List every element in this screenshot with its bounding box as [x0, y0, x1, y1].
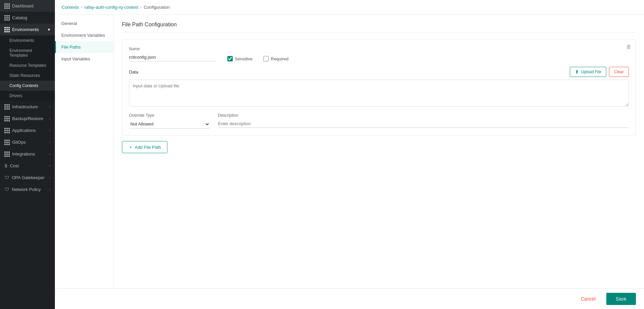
- data-textarea[interactable]: [129, 80, 629, 107]
- chevron-right-icon: ›: [49, 152, 50, 156]
- sidebar-item-environments-sub[interactable]: Environments: [0, 35, 55, 46]
- left-nav: General Environment Variables File Paths…: [55, 15, 114, 288]
- required-checkbox[interactable]: [263, 56, 269, 61]
- sidebar-item-backup-restore[interactable]: Backup/Restore ›: [0, 113, 55, 124]
- main-area: Contexts › rafay-auth-config-rq-context …: [55, 0, 644, 309]
- environments-label: Environments: [12, 27, 39, 32]
- infrastructure-icon: [5, 105, 9, 109]
- breadcrumb: Contexts › rafay-auth-config-rq-context …: [55, 0, 644, 15]
- plus-icon: ＋: [128, 144, 133, 150]
- sensitive-label: Sensitive: [235, 56, 253, 61]
- required-label: Required: [271, 56, 289, 61]
- env-submenu: Environments Environment Templates Resou…: [0, 35, 55, 101]
- right-panel: File Path Configuration 🗑 Name Sensitiv: [114, 15, 644, 288]
- sidebar-item-config-contexts[interactable]: Config Contexts: [0, 81, 55, 91]
- nav-item-input-variables[interactable]: Input Variables: [55, 53, 114, 65]
- sidebar-item-catalog[interactable]: Catalog: [0, 12, 55, 24]
- bottom-bar: Cancel Save: [55, 288, 644, 309]
- upload-file-button[interactable]: ⬆ Upload File: [570, 67, 607, 77]
- content-area: General Environment Variables File Paths…: [55, 15, 644, 288]
- sidebar-item-label: OPA Gatekeeper: [12, 175, 44, 180]
- sensitive-row: Sensitive: [227, 56, 253, 61]
- network-icon: 🛡: [5, 187, 9, 192]
- sidebar-item-label: Dashboard: [12, 3, 34, 8]
- description-field: Description: [218, 113, 629, 129]
- breadcrumb-contexts[interactable]: Contexts: [62, 5, 79, 10]
- chevron-right-icon: ›: [49, 176, 50, 179]
- sidebar-item-label: Integrations: [12, 151, 35, 157]
- upload-icon: ⬆: [575, 69, 579, 75]
- chevron-down-icon: ▾: [48, 27, 50, 32]
- data-section: Data ⬆ Upload File Clear: [129, 67, 629, 108]
- name-label: Name: [129, 47, 217, 51]
- nav-item-env-variables[interactable]: Environment Variables: [55, 29, 114, 41]
- sidebar-item-applications[interactable]: Applications ›: [0, 124, 55, 136]
- override-section: Override Type Not Allowed Allowed Forced…: [129, 113, 629, 129]
- grid-icon: [5, 4, 9, 8]
- chevron-right-icon: ›: [49, 140, 50, 144]
- sidebar-item-label: GitOps: [12, 140, 26, 145]
- delete-icon[interactable]: 🗑: [626, 44, 632, 50]
- sidebar-item-label: Network Policy: [12, 187, 41, 192]
- environments-icon: [5, 27, 9, 32]
- sidebar-item-gitops[interactable]: GitOps ›: [0, 136, 55, 148]
- sidebar-item-label: Infrastructure: [12, 104, 38, 109]
- page-title: File Path Configuration: [122, 22, 636, 33]
- sensitive-checkbox[interactable]: [227, 56, 233, 61]
- sidebar-item-resource-templates[interactable]: Resource Templates: [0, 60, 55, 71]
- breadcrumb-sep-2: ›: [140, 5, 141, 10]
- data-buttons: ⬆ Upload File Clear: [570, 67, 629, 77]
- nav-item-general[interactable]: General: [55, 18, 114, 29]
- sidebar-item-drivers[interactable]: Drivers: [0, 91, 55, 101]
- override-type-label: Override Type: [129, 113, 210, 118]
- name-field: Name: [129, 47, 217, 61]
- chevron-right-icon: ›: [49, 117, 50, 120]
- chevron-right-icon: ›: [49, 188, 50, 191]
- catalog-icon: [5, 16, 9, 20]
- sidebar: Dashboard Catalog Environments ▾ Environ…: [0, 0, 55, 309]
- shield-icon: 🛡: [5, 175, 9, 180]
- sidebar-item-label: Backup/Restore: [12, 116, 43, 121]
- chevron-right-icon: ›: [49, 129, 50, 132]
- sidebar-item-opa-gatekeeper[interactable]: 🛡 OPA Gatekeeper ›: [0, 172, 55, 184]
- sidebar-item-label: Catalog: [12, 15, 27, 20]
- override-type-select[interactable]: Not Allowed Allowed Forced: [129, 120, 210, 129]
- gitops-icon: [5, 140, 9, 145]
- applications-icon: [5, 128, 9, 133]
- sidebar-item-infrastructure[interactable]: Infrastructure ›: [0, 101, 55, 113]
- sidebar-item-dashboard[interactable]: Dashboard: [0, 0, 55, 12]
- description-input[interactable]: [218, 120, 629, 128]
- clear-button[interactable]: Clear: [609, 67, 629, 77]
- breadcrumb-sep-1: ›: [81, 5, 82, 10]
- sidebar-item-environments[interactable]: Environments ▾: [0, 24, 55, 35]
- name-input[interactable]: [129, 53, 217, 61]
- cancel-button[interactable]: Cancel: [575, 293, 601, 304]
- nav-item-file-paths[interactable]: File Paths: [55, 41, 114, 53]
- chevron-right-icon: ›: [49, 105, 50, 109]
- description-label: Description: [218, 113, 629, 118]
- sidebar-item-network-policy[interactable]: 🛡 Network Policy ›: [0, 184, 55, 195]
- required-row: Required: [263, 56, 289, 61]
- file-path-config-card: 🗑 Name Sensitive Require: [122, 39, 636, 136]
- sidebar-item-label: Cost: [10, 163, 19, 168]
- add-file-path-button[interactable]: ＋ Add File Path: [122, 141, 167, 153]
- save-button[interactable]: Save: [606, 293, 636, 305]
- breadcrumb-current: Configuration: [144, 5, 170, 10]
- cost-icon: $: [5, 163, 7, 168]
- sidebar-item-label: Applications: [12, 128, 36, 133]
- sidebar-item-integrations[interactable]: Integrations ›: [0, 148, 55, 160]
- integrations-icon: [5, 152, 9, 157]
- chevron-right-icon: ›: [49, 164, 50, 168]
- backup-icon: [5, 116, 9, 121]
- sidebar-item-env-templates[interactable]: Environment Templates: [0, 46, 55, 60]
- data-label: Data: [129, 69, 138, 75]
- sidebar-item-cost[interactable]: $ Cost ›: [0, 160, 55, 172]
- breadcrumb-context-name[interactable]: rafay-auth-config-rq-context: [85, 5, 138, 10]
- data-header: Data ⬆ Upload File Clear: [129, 67, 629, 77]
- override-type-field: Override Type Not Allowed Allowed Forced: [129, 113, 210, 129]
- sidebar-item-static-resources[interactable]: Static Resources: [0, 71, 55, 81]
